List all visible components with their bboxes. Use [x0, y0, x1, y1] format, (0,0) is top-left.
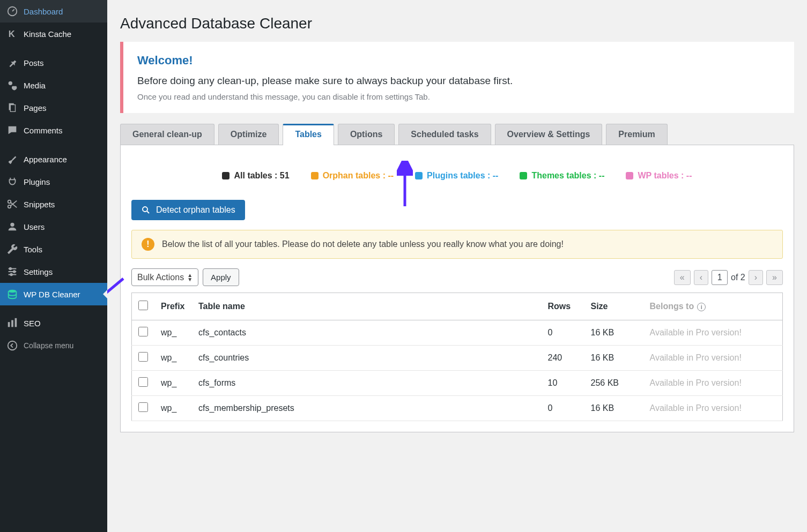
cell-belongs: Available in Pro version! — [643, 320, 783, 346]
svg-text:K: K — [9, 29, 15, 39]
col-prefix[interactable]: Prefix — [154, 293, 192, 320]
cell-table-name: cfs_forms — [192, 371, 542, 396]
row-checkbox[interactable] — [138, 402, 148, 412]
filter-themes-tables[interactable]: Themes tables : -- — [520, 171, 604, 181]
select-all-checkbox[interactable] — [138, 301, 148, 310]
pagination: « ‹ 1 of 2 › » — [674, 270, 783, 285]
svg-point-17 — [143, 207, 147, 212]
sliders-icon — [6, 266, 18, 278]
col-table-name[interactable]: Table name — [192, 293, 542, 320]
bulk-actions-select[interactable]: Bulk Actions ▲▼ — [131, 268, 198, 286]
cell-prefix: wp_ — [154, 346, 192, 371]
filter-plugins-tables[interactable]: Plugins tables : -- — [415, 171, 498, 181]
cell-prefix: wp_ — [154, 320, 192, 346]
row-checkbox[interactable] — [138, 327, 148, 336]
select-arrows-icon: ▲▼ — [187, 273, 193, 282]
sidebar-item-seo[interactable]: SEO — [0, 312, 107, 334]
admin-sidebar: DashboardKKinsta CachePostsMediaPagesCom… — [0, 0, 107, 532]
cell-prefix: wp_ — [154, 396, 192, 421]
sidebar-item-snippets[interactable]: Snippets — [0, 193, 107, 215]
sidebar-item-dashboard[interactable]: Dashboard — [0, 0, 107, 23]
cell-rows: 10 — [542, 371, 584, 396]
sidebar-item-kinsta-cache[interactable]: KKinsta Cache — [0, 23, 107, 45]
svg-rect-13 — [8, 322, 10, 327]
sidebar-item-media[interactable]: Media — [0, 74, 107, 96]
page-current-input[interactable]: 1 — [712, 270, 728, 285]
media-icon — [6, 79, 18, 91]
svg-point-12 — [9, 290, 17, 293]
sidebar-item-appearance[interactable]: Appearance — [0, 148, 107, 170]
svg-rect-14 — [11, 320, 13, 327]
svg-line-1 — [12, 9, 14, 11]
menu-label: Media — [24, 81, 46, 90]
filter-all-tables[interactable]: All tables : 51 — [222, 171, 289, 181]
svg-point-3 — [9, 81, 12, 85]
svg-rect-15 — [15, 318, 17, 327]
menu-label: Plugins — [24, 177, 50, 186]
svg-rect-5 — [10, 105, 15, 112]
cell-size: 256 KB — [584, 371, 643, 396]
menu-label: Users — [24, 222, 45, 231]
sidebar-item-users[interactable]: Users — [0, 215, 107, 238]
tab-general-clean-up[interactable]: General clean-up — [120, 124, 214, 145]
menu-label: Appearance — [24, 155, 67, 164]
sidebar-item-posts[interactable]: Posts — [0, 51, 107, 74]
cell-rows: 240 — [542, 346, 584, 371]
table-row: wp_cfs_contacts016 KBAvailable in Pro ve… — [132, 320, 783, 346]
row-checkbox[interactable] — [138, 352, 148, 362]
welcome-text-2: Once you read and understand this messag… — [137, 92, 780, 101]
page-total-label: of 2 — [731, 273, 745, 282]
menu-label: SEO — [24, 319, 41, 328]
apply-button[interactable]: Apply — [203, 268, 239, 286]
sidebar-item-plugins[interactable]: Plugins — [0, 170, 107, 193]
k-icon: K — [6, 28, 18, 40]
col-belongs[interactable]: Belongs toi — [643, 293, 783, 320]
cell-table-name: cfs_countries — [192, 346, 542, 371]
main-content: Advanced Database Cleaner Welcome! Befor… — [107, 0, 807, 532]
user-icon — [6, 221, 18, 233]
menu-label: Collapse menu — [24, 341, 73, 350]
filter-orphan-tables[interactable]: Orphan tables : -- — [311, 171, 394, 181]
menu-label: WP DB Cleaner — [24, 290, 80, 299]
menu-label: Tools — [24, 245, 42, 254]
dashboard-icon — [6, 5, 18, 17]
tab-premium[interactable]: Premium — [606, 124, 667, 145]
svg-point-9 — [10, 268, 12, 270]
plug-icon — [6, 176, 18, 188]
tab-optimize[interactable]: Optimize — [218, 124, 279, 145]
cell-table-name: cfs_membership_presets — [192, 396, 542, 421]
col-size[interactable]: Size — [584, 293, 643, 320]
welcome-notice: Welcome! Before doing any clean-up, plea… — [120, 42, 794, 113]
tab-tables[interactable]: Tables — [283, 124, 334, 145]
svg-point-16 — [8, 341, 17, 350]
svg-point-7 — [8, 205, 11, 208]
collapse-icon — [6, 340, 18, 351]
page-last-button[interactable]: » — [766, 270, 783, 285]
sidebar-item-settings[interactable]: Settings — [0, 260, 107, 283]
row-checkbox[interactable] — [138, 377, 148, 387]
menu-label: Snippets — [24, 200, 55, 209]
col-rows[interactable]: Rows — [542, 293, 584, 320]
page-prev-button[interactable]: ‹ — [694, 270, 708, 285]
menu-label: Kinsta Cache — [24, 29, 71, 39]
tables-list: Prefix Table name Rows Size Belongs toi … — [131, 293, 783, 421]
filter-wp-tables[interactable]: WP tables : -- — [626, 171, 692, 181]
svg-point-8 — [10, 223, 14, 227]
sidebar-item-tools[interactable]: Tools — [0, 238, 107, 260]
sidebar-item-pages[interactable]: Pages — [0, 96, 107, 119]
cell-prefix: wp_ — [154, 371, 192, 396]
table-row: wp_cfs_forms10256 KBAvailable in Pro ver… — [132, 371, 783, 396]
sidebar-item-collapse-menu[interactable]: Collapse menu — [0, 334, 107, 357]
tab-options[interactable]: Options — [338, 124, 395, 145]
warning-text: Below the list of all your tables. Pleas… — [162, 239, 564, 249]
tab-scheduled-tasks[interactable]: Scheduled tasks — [398, 124, 491, 145]
detect-orphan-tables-button[interactable]: Detect orphan tables — [131, 200, 245, 220]
welcome-heading: Welcome! — [137, 54, 780, 68]
db-icon — [6, 288, 18, 300]
page-next-button[interactable]: › — [749, 270, 763, 285]
sidebar-item-comments[interactable]: Comments — [0, 119, 107, 141]
page-first-button[interactable]: « — [674, 270, 691, 285]
table-filters: All tables : 51 Orphan tables : -- Plugi… — [131, 161, 783, 190]
sidebar-item-wp-db-cleaner[interactable]: WP DB Cleaner — [0, 283, 107, 305]
tab-overview-settings[interactable]: Overview & Settings — [495, 124, 603, 145]
